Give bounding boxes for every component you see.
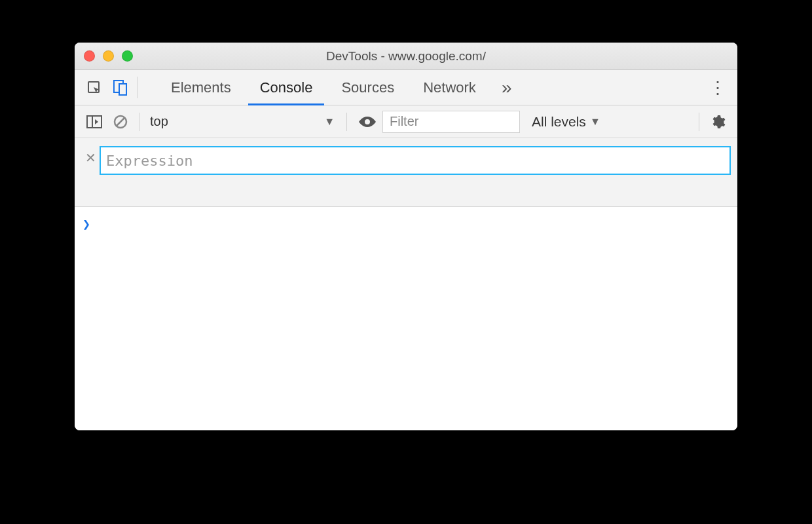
tab-console[interactable]: Console	[246, 70, 327, 105]
execution-context-label: top	[150, 114, 168, 129]
tabstrip-right: ⋮	[696, 70, 731, 105]
kebab-icon: ⋮	[709, 79, 726, 96]
dropdown-arrow-icon: ▼	[324, 116, 335, 128]
clear-icon	[113, 115, 128, 129]
inspect-icon	[86, 80, 102, 96]
panel-tabstrip: Elements Console Sources Network » ⋮	[75, 70, 737, 105]
create-live-expression-button[interactable]	[352, 116, 382, 128]
console-output[interactable]: ❯	[75, 207, 737, 430]
tab-label: Elements	[171, 79, 231, 96]
inspect-element-button[interactable]	[81, 70, 107, 105]
console-toolbar-right	[693, 113, 731, 131]
console-toolbar: top ▼ All levels ▼	[75, 105, 737, 138]
tab-elements[interactable]: Elements	[157, 70, 246, 105]
devtools-window: DevTools - www.google.com/ Elements Cons…	[75, 43, 737, 430]
log-level-label: All levels	[532, 114, 586, 130]
console-filter-input[interactable]	[388, 113, 514, 130]
log-level-select[interactable]: All levels ▼	[532, 114, 600, 130]
toolbar-separator	[699, 113, 699, 131]
tab-label: Console	[260, 79, 313, 96]
window-title: DevTools - www.google.com/	[75, 49, 737, 64]
gear-icon	[710, 114, 726, 130]
dropdown-arrow-icon: ▼	[590, 116, 600, 128]
svg-line-6	[117, 118, 124, 126]
tab-sources[interactable]: Sources	[327, 70, 409, 105]
svg-rect-2	[119, 84, 126, 95]
sidebar-toggle-icon	[86, 115, 102, 128]
window-zoom-button[interactable]	[122, 50, 133, 62]
clear-console-button[interactable]	[107, 115, 134, 129]
window-traffic-lights	[75, 50, 142, 62]
remove-live-expression-button[interactable]: ✕	[81, 146, 100, 166]
tab-label: Sources	[341, 79, 394, 96]
execution-context-select[interactable]: top ▼	[145, 111, 341, 133]
svg-rect-3	[87, 116, 101, 128]
tabstrip-separator	[138, 77, 138, 98]
toolbar-separator	[346, 113, 347, 131]
panel-tabs: Elements Console Sources Network	[157, 70, 490, 105]
window-titlebar: DevTools - www.google.com/	[75, 43, 737, 70]
device-icon	[113, 79, 128, 96]
window-close-button[interactable]	[84, 50, 95, 62]
toggle-console-sidebar-button[interactable]	[81, 115, 107, 128]
device-toolbar-button[interactable]	[107, 70, 134, 105]
eye-icon	[358, 116, 377, 128]
toolbar-separator	[139, 113, 139, 131]
console-filter-box[interactable]	[382, 111, 520, 133]
live-expression-bar: ✕	[75, 138, 737, 207]
svg-point-7	[365, 119, 370, 124]
window-minimize-button[interactable]	[103, 50, 114, 62]
tab-network[interactable]: Network	[409, 70, 490, 105]
console-prompt-icon: ❯	[83, 216, 90, 232]
live-expression-input[interactable]	[100, 146, 731, 175]
console-settings-button[interactable]	[705, 114, 731, 130]
close-icon: ✕	[85, 150, 96, 166]
main-menu-button[interactable]: ⋮	[705, 79, 731, 96]
chevron-double-right-icon: »	[502, 77, 512, 98]
overflow-tabs-button[interactable]: »	[490, 70, 523, 105]
tab-label: Network	[423, 79, 476, 96]
